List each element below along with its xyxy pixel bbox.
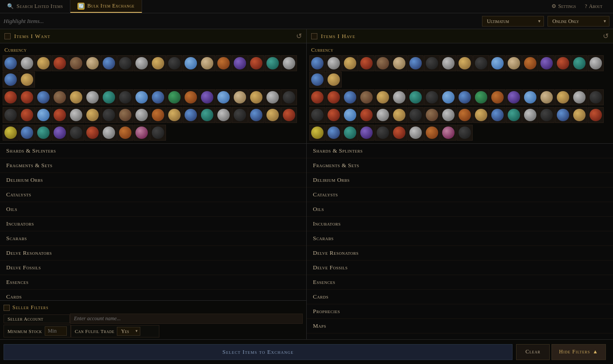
currency-item[interactable]: [309, 125, 325, 141]
currency-item[interactable]: [85, 107, 100, 123]
currency-item[interactable]: [539, 89, 555, 105]
currency-item[interactable]: [342, 107, 358, 123]
currency-item[interactable]: [490, 89, 505, 105]
currency-item[interactable]: [68, 125, 84, 141]
currency-item[interactable]: [326, 107, 342, 123]
currency-item[interactable]: [183, 55, 199, 71]
currency-item[interactable]: [440, 89, 456, 105]
currency-item[interactable]: [3, 55, 19, 71]
currency-item[interactable]: [375, 55, 391, 71]
currency-item[interactable]: [52, 125, 68, 141]
swap-icon[interactable]: ↺: [296, 32, 302, 40]
currency-item[interactable]: [265, 107, 281, 123]
currency-item[interactable]: [101, 125, 117, 141]
currency-item[interactable]: [85, 55, 100, 71]
currency-item[interactable]: [408, 55, 424, 71]
currency-item[interactable]: [183, 107, 199, 123]
currency-item[interactable]: [265, 55, 281, 71]
currency-item[interactable]: [588, 55, 604, 71]
category-item[interactable]: Fragments & Sets: [307, 158, 613, 173]
category-item[interactable]: Cards: [0, 290, 306, 300]
currency-item[interactable]: [35, 89, 51, 105]
currency-item[interactable]: [408, 125, 424, 141]
currency-item[interactable]: [588, 89, 604, 105]
category-item[interactable]: Delirium Orbs: [0, 173, 306, 188]
currency-item[interactable]: [326, 72, 342, 88]
currency-item[interactable]: [101, 55, 117, 71]
currency-item[interactable]: [457, 55, 473, 71]
right-swap-icon[interactable]: ↺: [603, 32, 609, 40]
currency-item[interactable]: [457, 107, 473, 123]
currency-item[interactable]: [199, 107, 215, 123]
category-item[interactable]: Delve Fossils: [0, 261, 306, 275]
currency-item[interactable]: [359, 89, 374, 105]
currency-item[interactable]: [68, 89, 84, 105]
currency-item[interactable]: [52, 55, 68, 71]
currency-item[interactable]: [117, 107, 133, 123]
currency-item[interactable]: [35, 125, 51, 141]
currency-item[interactable]: [19, 72, 35, 88]
currency-item[interactable]: [3, 107, 19, 123]
currency-item[interactable]: [248, 55, 264, 71]
currency-item[interactable]: [555, 55, 571, 71]
currency-item[interactable]: [199, 55, 215, 71]
currency-item[interactable]: [101, 107, 117, 123]
currency-item[interactable]: [571, 107, 587, 123]
currency-item[interactable]: [134, 55, 150, 71]
currency-item[interactable]: [117, 125, 133, 141]
min-stock-input[interactable]: [45, 326, 67, 336]
currency-item[interactable]: [183, 89, 199, 105]
settings-button[interactable]: ⚙ Settings: [548, 3, 579, 10]
currency-item[interactable]: [309, 72, 325, 88]
category-item[interactable]: Catalysts: [307, 188, 613, 202]
can-fulfil-select[interactable]: Yes No Any: [117, 327, 140, 336]
currency-item[interactable]: [216, 89, 231, 105]
currency-item[interactable]: [232, 89, 248, 105]
currency-item[interactable]: [326, 89, 342, 105]
currency-item[interactable]: [134, 89, 150, 105]
currency-item[interactable]: [199, 89, 215, 105]
currency-item[interactable]: [359, 55, 374, 71]
currency-item[interactable]: [359, 125, 374, 141]
category-item[interactable]: Scarabs: [307, 231, 613, 246]
category-item[interactable]: Oils: [307, 202, 613, 217]
currency-item[interactable]: [473, 89, 489, 105]
currency-item[interactable]: [85, 125, 100, 141]
currency-item[interactable]: [571, 55, 587, 71]
currency-item[interactable]: [68, 107, 84, 123]
currency-item[interactable]: [506, 89, 522, 105]
currency-item[interactable]: [440, 107, 456, 123]
currency-item[interactable]: [424, 125, 440, 141]
category-item[interactable]: Delirium Orbs: [307, 173, 613, 188]
tab-search-listed[interactable]: 🔍 Search Listed Items: [0, 0, 70, 13]
currency-item[interactable]: [3, 89, 19, 105]
currency-item[interactable]: [457, 89, 473, 105]
currency-item[interactable]: [342, 89, 358, 105]
currency-item[interactable]: [424, 107, 440, 123]
currency-item[interactable]: [166, 89, 182, 105]
seller-account-input[interactable]: [74, 315, 299, 322]
currency-item[interactable]: [19, 89, 35, 105]
currency-item[interactable]: [408, 107, 424, 123]
category-item[interactable]: Delve Fossils: [307, 261, 613, 275]
currency-item[interactable]: [117, 89, 133, 105]
currency-item[interactable]: [265, 89, 281, 105]
currency-item[interactable]: [134, 125, 150, 141]
currency-item[interactable]: [35, 107, 51, 123]
currency-item[interactable]: [166, 55, 182, 71]
tab-bulk-exchange[interactable]: 🔄 Bulk Item Exchange: [70, 0, 142, 13]
currency-item[interactable]: [555, 107, 571, 123]
category-item[interactable]: Cards: [307, 290, 613, 304]
currency-item[interactable]: [232, 55, 248, 71]
highlight-input[interactable]: [4, 18, 478, 25]
currency-item[interactable]: [490, 107, 505, 123]
select-exchange-button[interactable]: Select Items to Exchange: [4, 344, 513, 360]
currency-item[interactable]: [309, 55, 325, 71]
currency-item[interactable]: [571, 89, 587, 105]
currency-item[interactable]: [19, 125, 35, 141]
currency-item[interactable]: [281, 107, 297, 123]
currency-item[interactable]: [326, 125, 342, 141]
currency-item[interactable]: [522, 55, 538, 71]
currency-item[interactable]: [150, 89, 166, 105]
category-item[interactable]: Essences: [307, 275, 613, 290]
